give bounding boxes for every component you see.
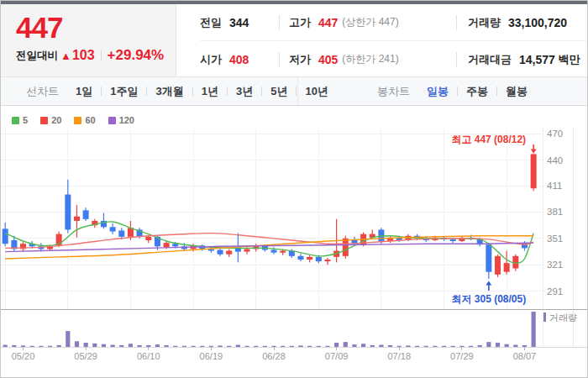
- svg-text:07/29: 07/29: [450, 351, 474, 361]
- ma-color-swatch-icon: [12, 117, 19, 124]
- divider: [101, 50, 102, 60]
- candle-chart-tab-group: 봉차트 일봉 주봉 월봉: [377, 77, 536, 105]
- stock-chart-page: 447 전일대비 ▲ 103 +29.94% 전일 344 고가 447 (상한…: [0, 0, 588, 378]
- stat-open: 시가 408: [200, 52, 279, 67]
- ma-legend-item: 5: [12, 115, 28, 125]
- ma-color-swatch-icon: [40, 117, 48, 124]
- stat-high: 고가 447 (상한가 447): [279, 15, 456, 30]
- change-label: 전일대비: [16, 49, 58, 63]
- change-value: 103: [72, 48, 95, 63]
- tab-monthly[interactable]: 월봉: [497, 77, 536, 105]
- ma-legend-item: 20: [40, 115, 61, 125]
- svg-text:07/18: 07/18: [387, 351, 411, 361]
- stock-chart: 52060120 47044041138135132129105/2005/29…: [1, 107, 588, 378]
- svg-text:321: 321: [547, 260, 563, 270]
- svg-text:최고 447 (08/12): 최고 447 (08/12): [451, 134, 526, 145]
- svg-text:440: 440: [547, 155, 563, 165]
- line-chart-tab-group: 선차트 1일 1주일 3개월 1년 3년 5년 10년: [1, 77, 337, 105]
- tab-daily[interactable]: 일봉: [418, 77, 457, 105]
- candle-chart-group-label: 봉차트: [377, 84, 410, 99]
- ma-legend-item: 60: [74, 115, 95, 125]
- svg-text:470: 470: [547, 129, 563, 139]
- tab-5year[interactable]: 5년: [262, 77, 296, 105]
- line-chart-group-label: 선차트: [26, 84, 59, 99]
- ma-legend: 52060120: [12, 115, 134, 125]
- price-header: 447 전일대비 ▲ 103 +29.94% 전일 344 고가 447 (상한…: [1, 4, 587, 76]
- svg-text:거래량: 거래량: [549, 312, 577, 323]
- svg-text:08/07: 08/07: [513, 351, 537, 361]
- up-arrow-icon: ▲: [60, 50, 71, 61]
- stat-volume: 거래량 33,100,720: [456, 15, 586, 30]
- tab-1year[interactable]: 1년: [193, 77, 227, 105]
- stats-row-1: 전일 344 고가 447 (상한가 447) 거래량 33,100,720: [200, 4, 586, 41]
- svg-text:최저 305 (08/05): 최저 305 (08/05): [451, 293, 526, 305]
- tab-3year[interactable]: 3년: [228, 77, 261, 105]
- divider: [297, 77, 298, 105]
- svg-text:411: 411: [547, 181, 562, 191]
- svg-text:06/19: 06/19: [200, 351, 223, 361]
- tab-1day[interactable]: 1일: [67, 77, 101, 105]
- svg-text:05/29: 05/29: [74, 351, 97, 361]
- svg-text:291: 291: [547, 286, 563, 297]
- svg-text:05/20: 05/20: [12, 351, 35, 361]
- current-price-block: 447 전일대비 ▲ 103 +29.94%: [1, 4, 176, 76]
- ma-color-swatch-icon: [108, 117, 116, 124]
- stats-row-2: 시가 408 저가 405 (하한가 241) 거래대금 14,577 백만: [200, 41, 586, 77]
- stat-trade-amount: 거래대금 14,577 백만: [456, 52, 586, 67]
- tab-1week[interactable]: 1주일: [102, 77, 146, 105]
- ma-color-swatch-icon: [74, 117, 81, 124]
- stats-table: 전일 344 고가 447 (상한가 447) 거래량 33,100,720 시…: [176, 4, 586, 76]
- current-price: 447: [16, 12, 176, 44]
- chart-period-tabbar: 선차트 1일 1주일 3개월 1년 3년 5년 10년 봉차트 일봉 주봉 월봉: [1, 76, 587, 106]
- stat-prev-close: 전일 344: [200, 15, 279, 30]
- tab-weekly[interactable]: 주봉: [458, 77, 496, 105]
- svg-text:351: 351: [547, 234, 563, 244]
- tab-10year[interactable]: 10년: [297, 77, 336, 105]
- svg-text:07/09: 07/09: [325, 351, 349, 361]
- price-change-row: 전일대비 ▲ 103 +29.94%: [16, 47, 176, 64]
- stat-low: 저가 405 (하한가 241): [279, 52, 456, 67]
- svg-text:06/10: 06/10: [137, 351, 160, 361]
- tab-3month[interactable]: 3개월: [147, 77, 192, 105]
- svg-text:381: 381: [547, 207, 563, 217]
- ma-legend-item: 120: [108, 115, 134, 125]
- svg-text:06/28: 06/28: [262, 351, 286, 361]
- change-percent: +29.94%: [108, 47, 165, 64]
- stock-chart-canvas[interactable]: 47044041138135132129105/2005/2906/1006/1…: [1, 107, 588, 378]
